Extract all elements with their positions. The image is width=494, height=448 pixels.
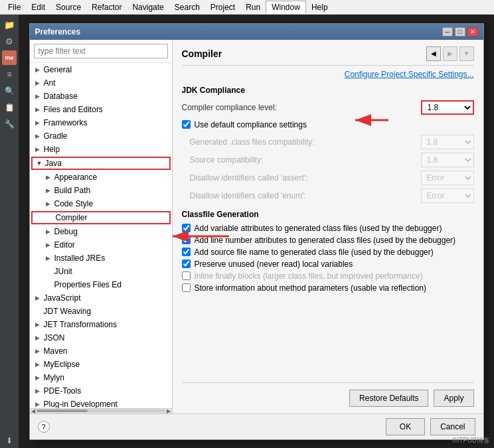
preferences-dialog: Preferences ─ □ ✕: [29, 23, 484, 440]
cb5-checkbox[interactable]: [182, 271, 191, 280]
menu-file[interactable]: File: [3, 1, 26, 13]
activity-icon-6[interactable]: 🔧: [2, 117, 17, 131]
apply-button[interactable]: Apply: [434, 390, 473, 407]
label-frameworks: Frameworks: [44, 118, 88, 127]
tree-item-ant[interactable]: ▶ Ant: [30, 76, 172, 90]
help-icon[interactable]: ?: [38, 421, 50, 433]
activity-icon-7[interactable]: ⬇: [2, 433, 17, 448]
tree-item-gradle[interactable]: ▶ Gradle: [30, 129, 172, 143]
tree-item-jdtweaving[interactable]: JDT Weaving: [30, 305, 172, 318]
label-jdtweaving: JDT Weaving: [44, 307, 92, 316]
tree-item-pdetools[interactable]: ▶ PDE-Tools: [30, 384, 172, 398]
arrow-down-button[interactable]: ▼: [459, 46, 474, 61]
tree-item-editor[interactable]: ▶ Editor: [30, 238, 172, 252]
tree-item-files[interactable]: ▶ Files and Editors: [30, 103, 172, 116]
arrow-jet: ▶: [35, 321, 42, 328]
filter-input[interactable]: [34, 44, 168, 58]
tree-item-debug[interactable]: ▶ Debug: [30, 225, 172, 238]
classfile-section-title: Classfile Generation: [182, 210, 474, 219]
restore-defaults-button[interactable]: Restore Defaults: [349, 390, 428, 407]
tree-item-plugin[interactable]: ▶ Plug-in Development: [30, 398, 172, 408]
tree-item-javascript[interactable]: ▶ JavaScript: [30, 291, 172, 305]
configure-link[interactable]: Configure Project Specific Settings...: [345, 70, 474, 79]
cb4-label: Preserve unused (never read) local varia…: [195, 260, 353, 269]
scroll-left[interactable]: ◀: [31, 408, 35, 413]
menu-project[interactable]: Project: [205, 1, 240, 13]
use-default-checkbox[interactable]: [182, 120, 191, 129]
activity-icon-3[interactable]: ≡: [2, 67, 17, 82]
tree-item-junit[interactable]: JUnit: [30, 265, 172, 278]
tree-item-json[interactable]: ▶ JSON: [30, 331, 172, 344]
cb1-checkbox[interactable]: [182, 224, 191, 232]
arrow-mylyn: ▶: [35, 374, 42, 381]
tree-scroll[interactable]: ▶ General ▶ Ant ▶ Database: [30, 63, 172, 408]
tree-item-java[interactable]: ▼ Java: [31, 157, 171, 170]
cb4-checkbox[interactable]: [182, 260, 191, 268]
maximize-button[interactable]: □: [455, 27, 465, 37]
source-compat-row: Source compatibility: 1.8: [182, 153, 474, 167]
compliance-select[interactable]: 1.8 1.7 1.6: [421, 100, 474, 115]
arrow-pdetools: ▶: [35, 388, 42, 394]
activity-icon-2[interactable]: ⚙: [2, 34, 17, 48]
arrow-codestyle: ▶: [46, 200, 52, 207]
arrow-javascript: ▶: [35, 295, 42, 301]
tree-item-appearance[interactable]: ▶ Appearance: [30, 171, 172, 184]
cb6-checkbox[interactable]: [182, 283, 191, 292]
activity-icon-5[interactable]: 📋: [2, 100, 17, 115]
tree-item-propfiles[interactable]: Properties Files Ed: [30, 278, 172, 291]
tree-item-database[interactable]: ▶ Database: [30, 90, 172, 103]
activity-icon-4[interactable]: 🔍: [2, 84, 17, 98]
content-title: Compiler: [182, 48, 222, 59]
label-files: Files and Editors: [44, 105, 103, 114]
arrow-appearance: ▶: [46, 174, 52, 181]
arrow-frameworks: ▶: [35, 119, 42, 126]
use-default-label: Use default compliance settings: [195, 120, 307, 129]
minimize-button[interactable]: ─: [442, 27, 453, 37]
menu-edit[interactable]: Edit: [26, 1, 50, 13]
tree-item-compiler[interactable]: Compiler: [31, 211, 171, 224]
label-propfiles: Properties Files Ed: [54, 280, 122, 289]
source-compat-select[interactable]: 1.8: [421, 153, 474, 167]
tree-item-jres[interactable]: ▶ Installed JREs: [30, 252, 172, 265]
tree-item-frameworks[interactable]: ▶ Frameworks: [30, 116, 172, 129]
forward-button[interactable]: ▶: [443, 46, 457, 61]
menu-help[interactable]: Help: [306, 1, 333, 13]
tree-item-jet[interactable]: ▶ JET Transformations: [30, 318, 172, 331]
generated-row: Generated .class files compatibility: 1.…: [182, 135, 474, 149]
generated-select[interactable]: 1.8: [421, 135, 474, 149]
disallow-enum-select[interactable]: Error: [421, 188, 474, 203]
menu-navigate[interactable]: Navigate: [127, 1, 169, 13]
tree-item-mylyn[interactable]: ▶ Mylyn: [30, 371, 172, 384]
tree-item-help[interactable]: ▶ Help: [30, 143, 172, 156]
menu-refactor[interactable]: Refactor: [86, 1, 127, 13]
label-java: Java: [45, 159, 62, 168]
menu-source[interactable]: Source: [50, 1, 86, 13]
content-footer: Restore Defaults Apply: [182, 382, 474, 407]
menu-run[interactable]: Run: [240, 1, 266, 13]
cb2-checkbox[interactable]: [182, 236, 191, 244]
arrow-buildpath: ▶: [46, 187, 52, 194]
menu-window[interactable]: Window: [266, 1, 306, 14]
tree-item-buildpath[interactable]: ▶ Build Path: [30, 184, 172, 197]
tree-item-myeclipse[interactable]: ▶ MyEclipse: [30, 358, 172, 371]
tree-item-maven[interactable]: ▶ Maven: [30, 344, 172, 358]
disallow-assert-select[interactable]: Error: [421, 171, 474, 185]
back-button[interactable]: ◀: [426, 46, 441, 61]
label-database: Database: [44, 92, 78, 101]
cancel-button[interactable]: Cancel: [430, 418, 475, 435]
tree-scrollbar[interactable]: ◀ ▶: [30, 408, 172, 413]
activity-icon-me[interactable]: me: [2, 50, 17, 65]
label-compiler: Compiler: [56, 213, 88, 222]
cb3-checkbox[interactable]: [182, 248, 191, 256]
dialog-overlay: Preferences ─ □ ✕: [19, 15, 494, 448]
tree-item-codestyle[interactable]: ▶ Code Style: [30, 197, 172, 210]
scroll-right[interactable]: ▶: [167, 408, 171, 413]
menu-search[interactable]: Search: [169, 1, 205, 13]
label-jres: Installed JREs: [54, 254, 106, 263]
arrow-ant: ▶: [35, 80, 42, 86]
tree-item-general[interactable]: ▶ General: [30, 63, 172, 76]
ok-button[interactable]: OK: [386, 418, 425, 435]
close-button[interactable]: ✕: [467, 27, 478, 37]
dialog-title: Preferences: [35, 27, 81, 37]
activity-icon-1[interactable]: 📁: [2, 17, 17, 32]
